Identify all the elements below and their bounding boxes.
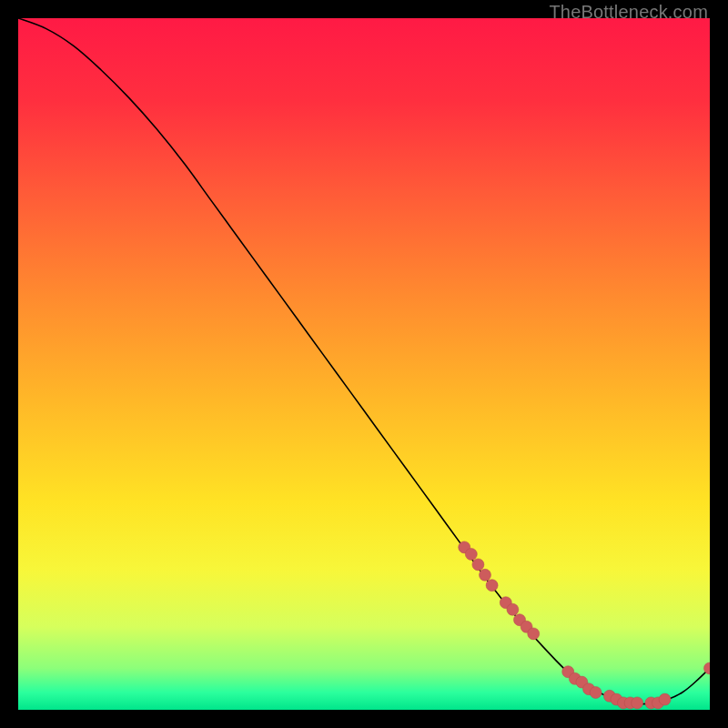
data-marker bbox=[486, 580, 498, 592]
bottleneck-curve bbox=[18, 18, 710, 704]
data-marker bbox=[632, 697, 643, 709]
curve-layer bbox=[18, 18, 710, 710]
data-marker bbox=[659, 693, 671, 705]
data-marker bbox=[472, 559, 484, 571]
marker-group bbox=[459, 541, 710, 709]
data-marker bbox=[465, 549, 477, 561]
data-marker bbox=[590, 687, 602, 699]
data-marker bbox=[480, 569, 491, 581]
watermark-text: TheBottleneck.com bbox=[549, 2, 708, 23]
chart-stage: TheBottleneck.com bbox=[0, 0, 728, 728]
plot-area bbox=[18, 18, 710, 710]
data-marker bbox=[528, 628, 540, 640]
data-marker bbox=[507, 603, 519, 615]
